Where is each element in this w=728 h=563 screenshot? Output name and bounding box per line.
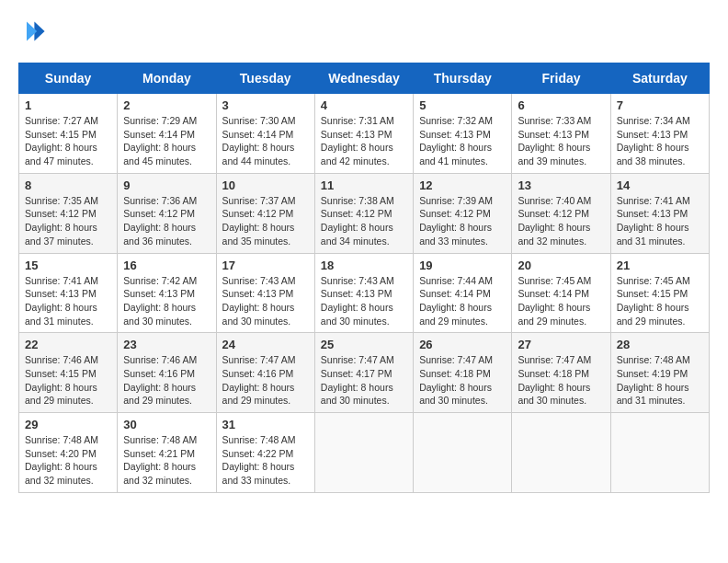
calendar-cell: 2 Sunrise: 7:29 AM Sunset: 4:14 PM Dayli… [118,94,216,174]
day-number: 8 [25,178,111,192]
day-info: Sunrise: 7:41 AM Sunset: 4:13 PM Dayligh… [25,274,111,328]
day-info: Sunrise: 7:37 AM Sunset: 4:12 PM Dayligh… [222,194,309,248]
day-number: 31 [222,418,309,431]
logo-icon [20,18,46,44]
day-number: 11 [321,178,407,192]
day-info: Sunrise: 7:34 AM Sunset: 4:13 PM Dayligh… [617,114,703,168]
calendar-cell: 13 Sunrise: 7:40 AM Sunset: 4:12 PM Dayl… [512,173,610,253]
day-info: Sunrise: 7:48 AM Sunset: 4:21 PM Dayligh… [123,433,210,488]
day-info: Sunrise: 7:43 AM Sunset: 4:13 PM Dayligh… [321,274,407,328]
calendar-cell: 20 Sunrise: 7:45 AM Sunset: 4:14 PM Dayl… [512,253,610,333]
calendar-cell: 28 Sunrise: 7:48 AM Sunset: 4:19 PM Dayl… [610,333,709,413]
calendar-cell: 31 Sunrise: 7:48 AM Sunset: 4:22 PM Dayl… [216,413,314,493]
day-number: 13 [518,178,604,192]
calendar-cell: 4 Sunrise: 7:31 AM Sunset: 4:13 PM Dayli… [314,94,413,174]
calendar-cell: 12 Sunrise: 7:39 AM Sunset: 4:12 PM Dayl… [414,173,512,253]
calendar-cell [610,413,709,493]
day-info: Sunrise: 7:43 AM Sunset: 4:13 PM Dayligh… [222,274,309,328]
day-info: Sunrise: 7:42 AM Sunset: 4:13 PM Dayligh… [123,274,210,328]
calendar-cell: 23 Sunrise: 7:46 AM Sunset: 4:16 PM Dayl… [118,333,216,413]
calendar-table: SundayMondayTuesdayWednesdayThursdayFrid… [18,63,710,493]
day-info: Sunrise: 7:48 AM Sunset: 4:22 PM Dayligh… [222,433,309,488]
day-number: 27 [518,338,604,351]
day-number: 21 [617,259,703,272]
day-number: 20 [518,259,604,272]
day-number: 23 [123,338,210,351]
day-number: 29 [25,418,111,431]
day-info: Sunrise: 7:33 AM Sunset: 4:13 PM Dayligh… [518,114,604,168]
day-info: Sunrise: 7:31 AM Sunset: 4:13 PM Dayligh… [321,114,407,168]
day-number: 9 [123,178,210,192]
day-info: Sunrise: 7:48 AM Sunset: 4:19 PM Dayligh… [617,353,703,408]
calendar-cell: 15 Sunrise: 7:41 AM Sunset: 4:13 PM Dayl… [19,253,118,333]
day-number: 17 [222,259,309,272]
day-info: Sunrise: 7:47 AM Sunset: 4:18 PM Dayligh… [518,353,604,408]
calendar-cell: 9 Sunrise: 7:36 AM Sunset: 4:12 PM Dayli… [118,173,216,253]
calendar-cell: 29 Sunrise: 7:48 AM Sunset: 4:20 PM Dayl… [19,413,118,493]
day-number: 7 [617,98,703,112]
calendar-cell: 21 Sunrise: 7:45 AM Sunset: 4:15 PM Dayl… [610,253,709,333]
day-info: Sunrise: 7:35 AM Sunset: 4:12 PM Dayligh… [25,194,111,248]
day-info: Sunrise: 7:47 AM Sunset: 4:18 PM Dayligh… [419,353,506,408]
calendar-cell: 24 Sunrise: 7:47 AM Sunset: 4:16 PM Dayl… [216,333,314,413]
calendar-cell: 16 Sunrise: 7:42 AM Sunset: 4:13 PM Dayl… [118,253,216,333]
day-number: 2 [123,98,210,112]
day-info: Sunrise: 7:41 AM Sunset: 4:13 PM Dayligh… [617,194,703,248]
day-number: 18 [321,259,407,272]
day-info: Sunrise: 7:32 AM Sunset: 4:13 PM Dayligh… [419,114,506,168]
day-number: 4 [321,98,407,112]
day-number: 19 [419,259,506,272]
calendar-cell: 3 Sunrise: 7:30 AM Sunset: 4:14 PM Dayli… [216,94,314,174]
day-info: Sunrise: 7:40 AM Sunset: 4:12 PM Dayligh… [518,194,604,248]
day-header-sunday: Sunday [19,63,118,94]
day-number: 3 [222,98,309,112]
day-number: 30 [123,418,210,431]
day-header-wednesday: Wednesday [314,63,413,94]
day-info: Sunrise: 7:29 AM Sunset: 4:14 PM Dayligh… [123,114,210,168]
calendar-cell: 7 Sunrise: 7:34 AM Sunset: 4:13 PM Dayli… [610,94,709,174]
calendar-cell: 25 Sunrise: 7:47 AM Sunset: 4:17 PM Dayl… [314,333,413,413]
day-info: Sunrise: 7:47 AM Sunset: 4:17 PM Dayligh… [321,353,407,408]
day-info: Sunrise: 7:36 AM Sunset: 4:12 PM Dayligh… [123,194,210,248]
calendar-cell: 11 Sunrise: 7:38 AM Sunset: 4:12 PM Dayl… [314,173,413,253]
day-info: Sunrise: 7:45 AM Sunset: 4:14 PM Dayligh… [518,274,604,328]
day-number: 28 [617,338,703,351]
calendar-cell: 10 Sunrise: 7:37 AM Sunset: 4:12 PM Dayl… [216,173,314,253]
day-number: 22 [25,338,111,351]
calendar-cell: 26 Sunrise: 7:47 AM Sunset: 4:18 PM Dayl… [414,333,512,413]
day-info: Sunrise: 7:39 AM Sunset: 4:12 PM Dayligh… [419,194,506,248]
day-header-monday: Monday [118,63,216,94]
day-info: Sunrise: 7:30 AM Sunset: 4:14 PM Dayligh… [222,114,309,168]
page-header [18,18,710,48]
day-number: 14 [617,178,703,192]
day-number: 24 [222,338,309,351]
calendar-cell [314,413,413,493]
day-info: Sunrise: 7:27 AM Sunset: 4:15 PM Dayligh… [25,114,111,168]
calendar-cell: 6 Sunrise: 7:33 AM Sunset: 4:13 PM Dayli… [512,94,610,174]
day-info: Sunrise: 7:47 AM Sunset: 4:16 PM Dayligh… [222,353,309,408]
calendar-cell [512,413,610,493]
day-number: 16 [123,259,210,272]
calendar-cell: 22 Sunrise: 7:46 AM Sunset: 4:15 PM Dayl… [19,333,118,413]
day-number: 25 [321,338,407,351]
day-header-thursday: Thursday [414,63,512,94]
calendar-cell: 27 Sunrise: 7:47 AM Sunset: 4:18 PM Dayl… [512,333,610,413]
day-number: 5 [419,98,506,112]
logo [18,18,46,48]
day-info: Sunrise: 7:46 AM Sunset: 4:15 PM Dayligh… [25,353,111,408]
day-info: Sunrise: 7:38 AM Sunset: 4:12 PM Dayligh… [321,194,407,248]
day-number: 15 [25,259,111,272]
calendar-cell: 5 Sunrise: 7:32 AM Sunset: 4:13 PM Dayli… [414,94,512,174]
calendar-cell: 18 Sunrise: 7:43 AM Sunset: 4:13 PM Dayl… [314,253,413,333]
day-number: 1 [25,98,111,112]
calendar-cell: 19 Sunrise: 7:44 AM Sunset: 4:14 PM Dayl… [414,253,512,333]
calendar-cell: 14 Sunrise: 7:41 AM Sunset: 4:13 PM Dayl… [610,173,709,253]
day-info: Sunrise: 7:46 AM Sunset: 4:16 PM Dayligh… [123,353,210,408]
calendar-cell: 17 Sunrise: 7:43 AM Sunset: 4:13 PM Dayl… [216,253,314,333]
day-number: 12 [419,178,506,192]
calendar-cell: 1 Sunrise: 7:27 AM Sunset: 4:15 PM Dayli… [19,94,118,174]
day-info: Sunrise: 7:48 AM Sunset: 4:20 PM Dayligh… [25,433,111,488]
day-header-tuesday: Tuesday [216,63,314,94]
calendar-cell: 8 Sunrise: 7:35 AM Sunset: 4:12 PM Dayli… [19,173,118,253]
day-number: 26 [419,338,506,351]
